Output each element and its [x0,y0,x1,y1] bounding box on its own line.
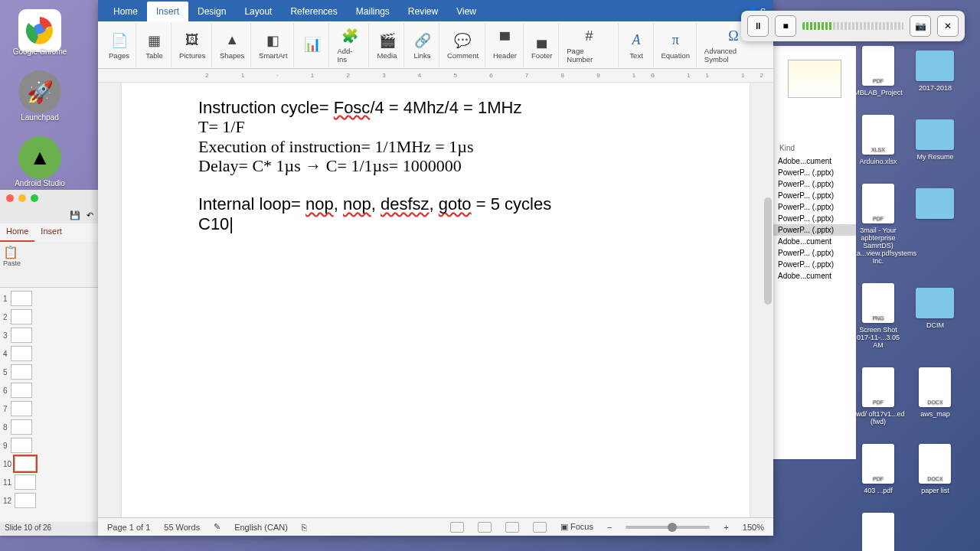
desktop-file[interactable]: PDFMBLAB_Project [851,46,905,96]
view-print-icon[interactable] [478,522,492,533]
ribbon-text[interactable]: AText [620,23,654,67]
minimize-icon[interactable] [18,194,26,202]
finder-row[interactable]: PowerP... (.pptx) [773,201,856,213]
shapes-icon: ▲ [222,31,242,51]
ribbon-smartart[interactable]: ◧SmartArt [253,23,294,67]
desktop-file[interactable]: DOCXpaper list [908,444,962,494]
doc-line: Internal loop= nop, nop, desfsz, goto = … [198,194,673,214]
ribbon-comment[interactable]: 💬Comment [441,23,485,67]
desktop-file[interactable]: PDF403 ...pdf [851,444,905,494]
finder-row[interactable]: PowerP... (.pptx) [773,178,856,190]
finder-column: Kind Adobe...cument PowerP... (.pptx) Po… [773,46,856,459]
desktop-file[interactable]: PNGScreen Shot 017-11-...3.05 AM [851,283,905,349]
doc-line: Execution of instruction= 1/1MHz = 1µs [198,137,673,156]
finder-row[interactable]: Adobe...cument [773,155,856,167]
zoom-icon[interactable] [31,194,38,202]
ribbon-footer[interactable]: ▄Footer [525,23,559,67]
pause-button[interactable]: ⏸ [747,15,769,37]
text-icon: A [626,31,646,51]
finder-row[interactable]: PowerP... (.pptx) [773,224,856,236]
focus-button[interactable]: ▣ Focus [560,522,593,532]
ribbon-header[interactable]: ▀Header [487,23,524,67]
ribbon-chart[interactable]: 📊 [296,23,329,67]
finder-row[interactable]: PowerP... (.pptx) [773,213,856,224]
ppt-slide-current: 10 [2,455,98,473]
ribbon-media[interactable]: 🎬Media [371,23,404,67]
finder-row[interactable]: Adobe...cument [773,270,856,282]
ribbon-page-number[interactable]: #Page Number [560,23,618,67]
tab-references[interactable]: References [281,2,346,21]
launchpad-label: Launchpad [2,113,78,122]
ribbon-table[interactable]: ▦Table [138,23,172,67]
tab-home[interactable]: Home [0,223,34,242]
ribbon-addins[interactable]: 🧩Add-Ins [331,23,369,67]
vertical-scrollbar[interactable] [763,83,773,517]
finder-row[interactable]: PowerP... (.pptx) [773,247,856,259]
ribbon-equation[interactable]: πEquation [655,23,697,67]
ribbon-pages[interactable]: 📄Pages [103,23,136,67]
status-words[interactable]: 55 Words [164,523,200,532]
camera-button[interactable]: 📷 [910,15,931,37]
spellcheck-icon[interactable]: ✎ [214,522,220,532]
screen-recorder[interactable]: ⏸ ■ 📷 ✕ [741,11,965,41]
tab-insert[interactable]: Insert [147,2,188,21]
macro-icon[interactable]: ⎘ [302,523,307,532]
finder-row[interactable]: PowerP... (.pptx) [773,167,856,178]
document-page[interactable]: Instruction cycle= Fosc/4 = 4Mhz/4 = 1MH… [122,83,750,517]
ribbon-pictures[interactable]: 🖼Pictures [173,23,212,67]
close-icon[interactable] [6,194,14,202]
zoom-in-button[interactable]: + [724,523,728,532]
desktop-file[interactable]: DCIM [908,283,962,329]
finder-row[interactable]: PowerP... (.pptx) [773,259,856,270]
view-web-icon[interactable] [533,522,547,533]
status-page[interactable]: Page 1 of 1 [107,523,150,532]
ruler[interactable]: 2 1 · 1 2 3 4 5 6 7 8 9 10 11 12 13 14 1… [98,69,773,83]
comment-icon: 💬 [452,31,472,51]
desktop-file[interactable]: PDF3mail - Your apbterprise SamrtDS) sta… [851,184,905,265]
desktop-file[interactable]: My Resume [908,115,962,161]
word-tabs: Home Insert Design Layout References Mai… [98,0,773,21]
status-language[interactable]: English (CAN) [234,523,288,532]
ppt-titlebar[interactable] [0,190,100,207]
finder-kind-header[interactable]: Kind [773,98,856,155]
close-button[interactable]: ✕ [937,15,959,37]
table-icon: ▦ [145,31,165,51]
word-status-bar: Page 1 of 1 55 Words ✎ English (CAN) ⎘ ▣… [98,517,773,536]
desktop-file[interactable]: 2017-2018 [908,46,962,92]
tab-view[interactable]: View [447,2,485,21]
desktop-file[interactable]: XLSXArduino.xlsx [851,115,905,165]
finder-row[interactable]: Adobe...cument [773,236,856,247]
desktop-file[interactable]: PDFFwd/ oft17v1...ed (fwd) [851,367,905,425]
desktop-file[interactable]: trailXOService_Release.ppk [851,513,905,551]
finder-row[interactable]: PowerP... (.pptx) [773,190,856,201]
word-body: Instruction cycle= Fosc/4 = 4Mhz/4 = 1MH… [98,83,773,517]
tab-home[interactable]: Home [104,2,147,21]
tab-insert[interactable]: Insert [34,223,68,242]
desktop-file[interactable]: DOCXaws_map [908,367,962,418]
chrome-icon[interactable] [18,9,61,52]
undo-icon[interactable]: ↶ [87,210,93,220]
zoom-slider[interactable] [626,526,710,529]
ribbon-links[interactable]: 🔗Links [406,23,439,67]
tab-mailings[interactable]: Mailings [347,2,399,21]
stop-button[interactable]: ■ [775,15,796,37]
addins-icon: 🧩 [340,26,360,46]
view-outline-icon[interactable] [505,522,519,533]
chrome-label: Google Chrome [2,47,78,56]
ppt-slide-panel[interactable]: 1 2 3 4 5 6 7 8 9 10 11 12 [0,288,100,517]
launchpad-icon[interactable]: 🚀 [18,70,61,113]
tab-design[interactable]: Design [188,2,235,21]
save-icon[interactable]: 💾 [70,210,80,220]
tab-layout[interactable]: Layout [235,2,281,21]
view-read-icon[interactable] [450,522,464,533]
desktop-files: PDFMBLAB_Project 2017-2018 XLSXArduino.x… [851,46,974,551]
zoom-level[interactable]: 150% [743,523,764,532]
finder-preview-thumb [788,60,841,98]
pictures-icon: 🖼 [182,31,202,51]
tab-review[interactable]: Review [399,2,447,21]
androidstudio-icon[interactable]: ▲ [18,136,61,179]
ribbon-shapes[interactable]: ▲Shapes [214,23,251,67]
footer-icon: ▄ [532,31,552,51]
zoom-out-button[interactable]: − [607,523,612,532]
desktop-file[interactable] [908,184,962,222]
